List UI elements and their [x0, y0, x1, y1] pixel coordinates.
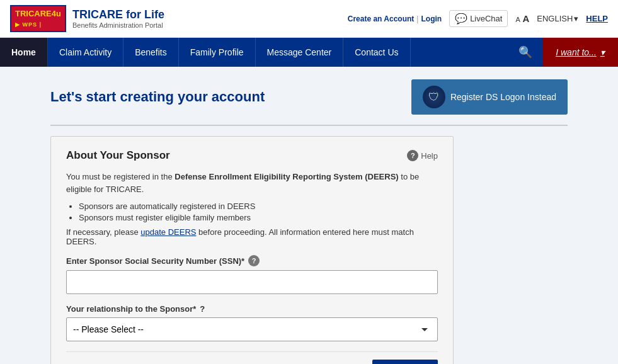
shield-icon: 🛡: [423, 86, 445, 108]
app-title-area: TRICARE for Life Benefits Administration…: [72, 8, 164, 29]
page-title: Let's start creating your account: [50, 89, 265, 105]
logo-tricare: TRICARE: [15, 9, 52, 18]
bullet-2: Sponsors must register eligible family m…: [79, 213, 438, 222]
section-help-link[interactable]: ? Help: [407, 150, 438, 161]
livechat-button[interactable]: 💬 LiveChat: [449, 10, 508, 27]
search-icon: 🔍: [518, 45, 532, 59]
language-selector[interactable]: ENGLISH ▾: [537, 14, 578, 23]
main-content: Let's start creating your account 🛡 Regi…: [0, 67, 618, 364]
nav-home-label: Home: [11, 47, 36, 57]
sponsor-form-card: About Your Sponsor ? Help You must be re…: [50, 136, 454, 364]
nav-claim-activity-label: Claim Activity: [59, 47, 112, 57]
logo: TRICARE4u ▶ WPS |: [10, 5, 66, 32]
logo-area: TRICARE4u ▶ WPS | TRICARE for Life Benef…: [10, 5, 164, 32]
nav-family-profile-label: Family Profile: [190, 47, 244, 57]
chevron-down-icon: ▾: [600, 47, 605, 57]
register-ds-logon-button[interactable]: 🛡 Register DS Logon Instead: [411, 79, 568, 115]
help-circle-icon: ?: [407, 150, 418, 161]
nav-benefits[interactable]: Benefits: [123, 38, 179, 67]
app-subtitle: Benefits Administration Portal: [72, 21, 164, 29]
bullet-1: Sponsors are automatically registered in…: [79, 202, 438, 211]
form-section-title: About Your Sponsor ? Help: [66, 149, 438, 162]
relationship-select[interactable]: -- Please Select -- Self Spouse Child Ot…: [66, 317, 438, 341]
help-label: Help: [421, 151, 438, 161]
nav-family-profile[interactable]: Family Profile: [179, 38, 256, 67]
ssn-help-icon[interactable]: ?: [248, 255, 260, 266]
help-link[interactable]: HELP: [586, 14, 608, 23]
font-small[interactable]: A: [515, 16, 520, 23]
login-link[interactable]: Login: [421, 14, 442, 23]
chat-icon: 💬: [455, 13, 467, 25]
continue-button[interactable]: Continue »: [372, 360, 438, 364]
livechat-label: LiveChat: [470, 14, 502, 23]
app-title: TRICARE for Life: [72, 8, 164, 21]
register-btn-label: Register DS Logon Instead: [450, 92, 556, 102]
font-large[interactable]: A: [522, 13, 529, 24]
nav-benefits-label: Benefits: [135, 47, 167, 57]
nav-message-center[interactable]: Message Center: [256, 38, 344, 67]
top-bar: TRICARE4u ▶ WPS | TRICARE for Life Benef…: [0, 0, 618, 38]
i-want-to-button[interactable]: I want to... ▾: [542, 38, 618, 67]
chevron-down-icon: ▾: [574, 14, 578, 23]
page-header: Let's start creating your account 🛡 Regi…: [50, 79, 568, 115]
deers-description: You must be registered in the Defense En…: [66, 171, 438, 195]
i-want-to-label: I want to...: [556, 47, 597, 57]
nav-contact-us[interactable]: Contact Us: [343, 38, 410, 67]
nav-bar: Home Claim Activity Benefits Family Prof…: [0, 38, 618, 67]
deers-bullets: Sponsors are automatically registered in…: [79, 202, 438, 222]
create-account-link[interactable]: Create an Account: [348, 14, 415, 23]
divider: [50, 125, 568, 126]
cancel-button[interactable]: Cancel: [339, 360, 367, 364]
search-button[interactable]: 🔍: [508, 38, 542, 67]
relationship-field-label: Your relationship to the Sponsor* ?: [66, 304, 438, 314]
form-actions: Cancel Continue »: [66, 351, 438, 364]
update-deers-link[interactable]: update DEERS: [140, 227, 196, 237]
top-right-controls: Create an Account | Login 💬 LiveChat A A…: [348, 10, 608, 27]
link-separator: |: [416, 14, 418, 23]
nav-home[interactable]: Home: [0, 38, 48, 67]
ssn-field-label: Enter Sponsor Social Security Number (SS…: [66, 255, 438, 266]
language-label: ENGLISH: [537, 14, 573, 23]
nav-contact-us-label: Contact Us: [355, 47, 398, 57]
font-size-control[interactable]: A A: [515, 13, 529, 24]
logo-wps: ▶ WPS |: [15, 21, 42, 28]
ssn-input[interactable]: [66, 270, 438, 294]
nav-claim-activity[interactable]: Claim Activity: [48, 38, 123, 67]
nav-message-center-label: Message Center: [267, 47, 332, 57]
logo-suffix: 4u: [52, 9, 61, 18]
relationship-help-icon[interactable]: ?: [200, 304, 205, 314]
auth-links: Create an Account | Login: [348, 14, 442, 23]
update-deers-text: If necessary, please update DEERS before…: [66, 227, 438, 246]
